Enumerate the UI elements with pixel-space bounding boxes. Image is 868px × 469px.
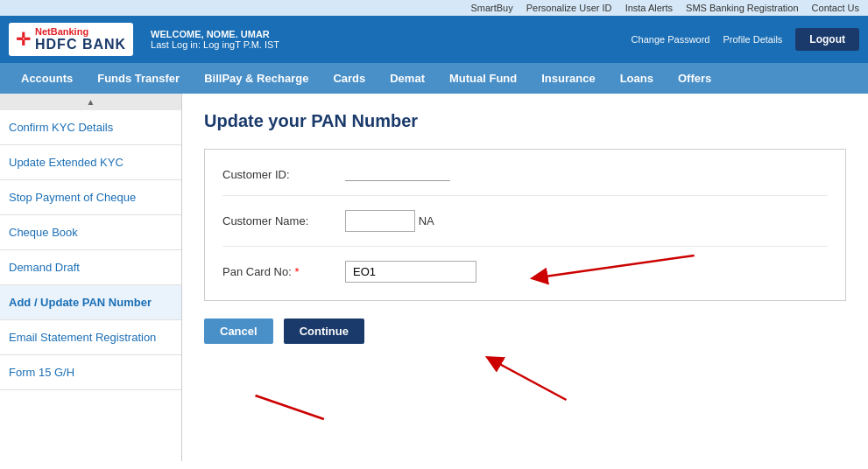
nav-demat[interactable]: Demat [378,63,437,94]
nav-accounts[interactable]: Accounts [9,63,85,94]
cancel-button[interactable]: Cancel [204,318,273,344]
last-login-time: P.M. IST [243,39,279,50]
change-password-link[interactable]: Change Password [632,34,710,45]
last-login-label: Last Log in: [151,39,201,50]
welcome-label: WELCOME, NOME. [151,29,238,39]
header: ✛ NetBanking HDFC BANK WELCOME, NOME. UM… [0,16,868,63]
nav-loans[interactable]: Loans [608,63,666,94]
sidebar-item-demand-draft[interactable]: Demand Draft [0,250,181,285]
required-indicator: * [294,265,299,278]
nav-insurance[interactable]: Insurance [529,63,607,94]
sidebar: ▲ Confirm KYC Details Update Extended KY… [0,94,182,461]
customer-id-label: Customer ID: [222,168,345,181]
svg-line-2 [256,396,324,419]
logout-button[interactable]: Logout [795,28,859,51]
nav-offers[interactable]: Offers [666,63,723,94]
sidebar-item-stop-payment[interactable]: Stop Payment of Cheque [0,180,181,215]
profile-details-link[interactable]: Profile Details [723,34,782,45]
main-layout: ▲ Confirm KYC Details Update Extended KY… [0,94,868,461]
pan-card-value-area [345,261,476,283]
pan-label-text: Pan Card No: [222,265,292,278]
customer-name-row: Customer Name: NA [222,210,828,247]
header-actions: Change Password Profile Details Logout [632,28,859,51]
user-name: UMAR [241,29,270,39]
logo-area: ✛ NetBanking HDFC BANK WELCOME, NOME. UM… [9,23,279,56]
scroll-indicator-top: ▲ [0,94,181,110]
customer-name-value: NA [345,210,434,232]
pan-card-input[interactable] [345,261,476,283]
last-login-value: Log ingT [203,39,241,50]
user-info: WELCOME, NOME. UMAR Last Log in: Log ing… [151,29,279,50]
smartbuy-link[interactable]: SmartBuy [470,3,512,13]
customer-name-input[interactable] [345,210,415,232]
page-title: Update your PAN Number [204,111,846,131]
svg-line-1 [493,360,567,400]
customer-id-value [345,167,450,181]
nav-cards[interactable]: Cards [321,63,378,94]
hdfc-cross-icon: ✛ [16,29,31,50]
bank-name-label: HDFC BANK [35,37,126,52]
sidebar-item-update-extended-kyc[interactable]: Update Extended KYC [0,145,181,180]
contact-us-link[interactable]: Contact Us [812,3,859,13]
form-container: Customer ID: Customer Name: NA Pan Card … [204,149,846,301]
continue-button[interactable]: Continue [284,318,364,344]
sidebar-item-cheque-book[interactable]: Cheque Book [0,215,181,250]
pan-card-label: Pan Card No: * [222,265,345,278]
logo-box: ✛ NetBanking HDFC BANK [9,23,133,56]
nav-bar: Accounts Funds Transfer BillPay & Rechar… [0,63,868,94]
nav-funds-transfer[interactable]: Funds Transfer [85,63,192,94]
logo-text: NetBanking HDFC BANK [35,26,126,52]
netbanking-label: NetBanking [35,26,126,37]
sidebar-item-add-pan[interactable]: Add / Update PAN Number [0,285,181,320]
utility-bar: SmartBuy Personalize User ID Insta Alert… [0,0,868,16]
nav-billpay[interactable]: BillPay & Recharge [192,63,321,94]
content-area: Update your PAN Number Customer ID: Cust… [182,94,868,461]
sidebar-item-email-statement[interactable]: Email Statement Registration [0,320,181,355]
customer-id-row: Customer ID: [222,167,828,196]
pan-card-row: Pan Card No: * [222,261,828,283]
nav-mutual-fund[interactable]: Mutual Fund [437,63,529,94]
button-row: Cancel Continue [204,318,846,344]
sidebar-item-confirm-kyc[interactable]: Confirm KYC Details [0,110,181,145]
personalize-link[interactable]: Personalize User ID [526,3,612,13]
sms-banking-link[interactable]: SMS Banking Registration [686,3,798,13]
customer-name-display: NA [419,214,434,228]
insta-alerts-link[interactable]: Insta Alerts [625,3,673,13]
customer-name-label: Customer Name: [222,214,345,228]
sidebar-item-form15[interactable]: Form 15 G/H [0,355,181,390]
